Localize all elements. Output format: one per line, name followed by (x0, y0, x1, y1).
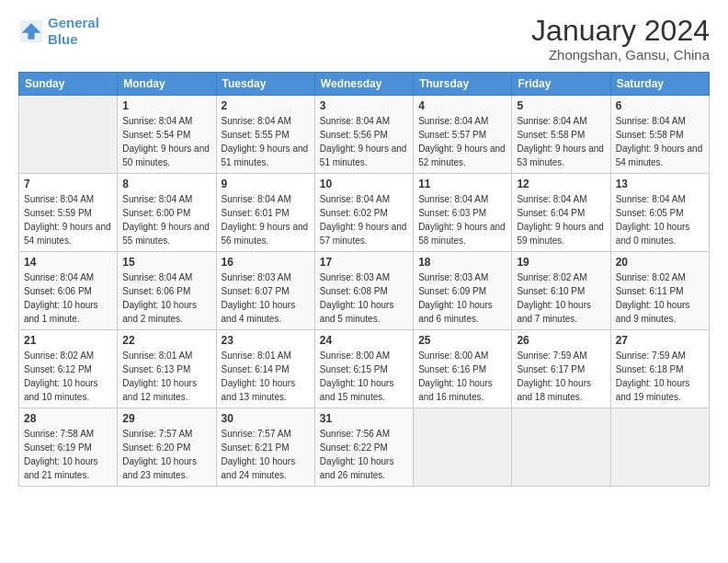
day-info: Sunrise: 8:02 AM Sunset: 6:11 PM Dayligh… (616, 270, 704, 326)
logo: General Blue (18, 15, 99, 48)
sunset: Sunset: 6:01 PM (222, 206, 310, 220)
day-info: Sunrise: 8:04 AM Sunset: 6:02 PM Dayligh… (320, 192, 408, 247)
day-info: Sunrise: 7:56 AM Sunset: 6:22 PM Dayligh… (320, 427, 408, 482)
table-row: 25 Sunrise: 8:00 AM Sunset: 6:16 PM Dayl… (414, 330, 512, 408)
sunset: Sunset: 6:03 PM (418, 206, 506, 220)
sunset: Sunset: 6:09 PM (418, 284, 506, 298)
sunrise: Sunrise: 8:04 AM (320, 114, 408, 128)
sunset: Sunset: 6:02 PM (320, 206, 408, 220)
daylight: Daylight: 10 hours and 26 minutes. (320, 454, 408, 482)
col-thursday: Thursday (414, 73, 512, 96)
day-info: Sunrise: 8:04 AM Sunset: 6:04 PM Dayligh… (517, 192, 605, 247)
sunset: Sunset: 5:57 PM (418, 128, 506, 142)
day-info: Sunrise: 8:02 AM Sunset: 6:10 PM Dayligh… (517, 270, 605, 326)
sunrise: Sunrise: 8:04 AM (418, 114, 506, 128)
sunset: Sunset: 5:59 PM (24, 206, 112, 220)
table-row: 6 Sunrise: 8:04 AM Sunset: 5:58 PM Dayli… (610, 96, 709, 174)
sunset: Sunset: 6:15 PM (320, 362, 408, 376)
day-number: 21 (24, 334, 112, 347)
daylight: Daylight: 9 hours and 54 minutes. (24, 220, 112, 247)
sunrise: Sunrise: 7:58 AM (24, 427, 112, 441)
table-row: 13 Sunrise: 8:04 AM Sunset: 6:05 PM Dayl… (610, 174, 709, 252)
sunrise: Sunrise: 8:01 AM (222, 349, 310, 362)
day-number: 24 (320, 334, 408, 347)
day-number: 1 (122, 99, 210, 112)
daylight: Daylight: 10 hours and 19 minutes. (616, 376, 704, 404)
day-info: Sunrise: 7:57 AM Sunset: 6:21 PM Dayligh… (222, 427, 310, 482)
day-number: 8 (122, 178, 210, 190)
calendar-header-row: Sunday Monday Tuesday Wednesday Thursday… (19, 73, 710, 96)
daylight: Daylight: 10 hours and 9 minutes. (616, 298, 704, 326)
day-number: 14 (24, 256, 112, 269)
daylight: Daylight: 10 hours and 2 minutes. (122, 298, 210, 326)
sunrise: Sunrise: 7:57 AM (122, 427, 210, 441)
day-number: 11 (418, 178, 506, 190)
day-info: Sunrise: 8:01 AM Sunset: 6:13 PM Dayligh… (122, 349, 210, 404)
sunset: Sunset: 5:58 PM (517, 128, 605, 142)
sunset: Sunset: 6:00 PM (122, 206, 210, 220)
day-number: 6 (616, 99, 704, 112)
day-number: 7 (24, 178, 112, 190)
day-info: Sunrise: 8:04 AM Sunset: 5:55 PM Dayligh… (222, 114, 310, 169)
sunset: Sunset: 6:21 PM (222, 441, 310, 454)
sunset: Sunset: 6:11 PM (616, 284, 704, 298)
day-info: Sunrise: 8:00 AM Sunset: 6:15 PM Dayligh… (320, 349, 408, 404)
day-info: Sunrise: 7:57 AM Sunset: 6:20 PM Dayligh… (122, 427, 210, 482)
sunrise: Sunrise: 7:59 AM (517, 349, 605, 362)
daylight: Daylight: 9 hours and 51 minutes. (320, 142, 408, 169)
sunrise: Sunrise: 8:03 AM (418, 270, 506, 284)
daylight: Daylight: 10 hours and 0 minutes. (616, 220, 704, 247)
day-info: Sunrise: 8:03 AM Sunset: 6:08 PM Dayligh… (320, 270, 408, 326)
day-info: Sunrise: 8:04 AM Sunset: 5:59 PM Dayligh… (24, 192, 112, 247)
sunrise: Sunrise: 8:04 AM (616, 192, 704, 206)
daylight: Daylight: 10 hours and 23 minutes. (122, 454, 210, 482)
sunset: Sunset: 5:55 PM (222, 128, 310, 142)
table-row: 31 Sunrise: 7:56 AM Sunset: 6:22 PM Dayl… (314, 408, 413, 487)
sunrise: Sunrise: 8:00 AM (418, 349, 506, 362)
day-number: 29 (122, 412, 210, 425)
day-info: Sunrise: 8:01 AM Sunset: 6:14 PM Dayligh… (222, 349, 310, 404)
sunset: Sunset: 6:05 PM (616, 206, 704, 220)
day-info: Sunrise: 8:03 AM Sunset: 6:07 PM Dayligh… (222, 270, 310, 326)
header: General Blue January 2024 Zhongshan, Gan… (18, 15, 710, 63)
day-number: 30 (222, 412, 310, 425)
sunset: Sunset: 6:20 PM (122, 441, 210, 454)
daylight: Daylight: 9 hours and 56 minutes. (222, 220, 310, 247)
table-row: 14 Sunrise: 8:04 AM Sunset: 6:06 PM Dayl… (19, 252, 118, 330)
day-number: 20 (616, 256, 704, 269)
daylight: Daylight: 10 hours and 5 minutes. (320, 298, 408, 326)
daylight: Daylight: 10 hours and 21 minutes. (24, 454, 112, 482)
day-info: Sunrise: 8:04 AM Sunset: 6:05 PM Dayligh… (616, 192, 704, 247)
table-row: 2 Sunrise: 8:04 AM Sunset: 5:55 PM Dayli… (216, 96, 314, 174)
sunset: Sunset: 6:12 PM (24, 362, 112, 376)
sunset: Sunset: 5:54 PM (122, 128, 210, 142)
table-row: 20 Sunrise: 8:02 AM Sunset: 6:11 PM Dayl… (610, 252, 709, 330)
calendar-subtitle: Zhongshan, Gansu, China (531, 47, 710, 63)
daylight: Daylight: 10 hours and 6 minutes. (418, 298, 506, 326)
table-row: 18 Sunrise: 8:03 AM Sunset: 6:09 PM Dayl… (414, 252, 512, 330)
daylight: Daylight: 10 hours and 7 minutes. (517, 298, 605, 326)
daylight: Daylight: 9 hours and 54 minutes. (616, 142, 704, 169)
sunrise: Sunrise: 7:56 AM (320, 427, 408, 441)
daylight: Daylight: 10 hours and 13 minutes. (222, 376, 310, 404)
day-number: 26 (517, 334, 605, 347)
table-row: 29 Sunrise: 7:57 AM Sunset: 6:20 PM Dayl… (118, 408, 216, 487)
day-number: 27 (616, 334, 704, 347)
col-saturday: Saturday (610, 73, 709, 96)
day-info: Sunrise: 8:02 AM Sunset: 6:12 PM Dayligh… (24, 349, 112, 404)
sunrise: Sunrise: 8:04 AM (24, 192, 112, 206)
table-row: 7 Sunrise: 8:04 AM Sunset: 5:59 PM Dayli… (19, 174, 118, 252)
page: General Blue January 2024 Zhongshan, Gan… (0, 0, 728, 563)
table-row: 17 Sunrise: 8:03 AM Sunset: 6:08 PM Dayl… (314, 252, 413, 330)
sunrise: Sunrise: 8:04 AM (616, 114, 704, 128)
day-info: Sunrise: 8:04 AM Sunset: 5:58 PM Dayligh… (517, 114, 605, 169)
day-info: Sunrise: 8:03 AM Sunset: 6:09 PM Dayligh… (418, 270, 506, 326)
day-info: Sunrise: 8:04 AM Sunset: 5:54 PM Dayligh… (122, 114, 210, 169)
day-number: 19 (517, 256, 605, 269)
day-number: 3 (320, 99, 408, 112)
day-number: 25 (418, 334, 506, 347)
sunset: Sunset: 5:56 PM (320, 128, 408, 142)
table-row: 27 Sunrise: 7:59 AM Sunset: 6:18 PM Dayl… (610, 330, 709, 408)
sunset: Sunset: 6:06 PM (24, 284, 112, 298)
sunrise: Sunrise: 8:04 AM (418, 192, 506, 206)
